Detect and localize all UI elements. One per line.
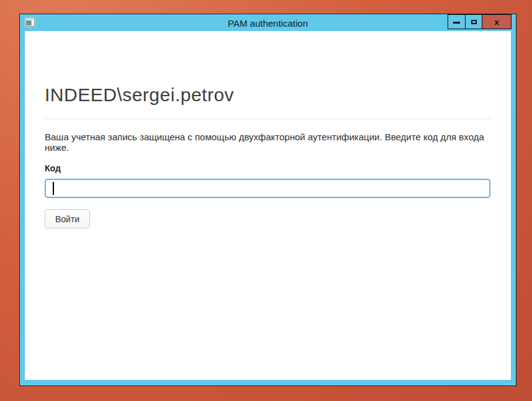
close-button[interactable]: x (482, 15, 511, 29)
minimize-button[interactable] (448, 15, 465, 29)
minimize-icon (453, 22, 460, 24)
window-title: PAM authentication (20, 14, 516, 31)
client-area: INDEED\sergei.petrov Ваша учетная запись… (25, 31, 511, 380)
titlebar[interactable]: PAM authentication x (20, 14, 516, 31)
text-caret (53, 182, 54, 195)
two-factor-description: Ваша учетная запись защищена с помощью д… (45, 132, 490, 153)
pam-authentication-window: PAM authentication x INDEED\sergei.petro… (19, 14, 516, 386)
code-input[interactable] (45, 179, 490, 198)
desktop-background: PAM authentication x INDEED\sergei.petro… (0, 0, 532, 401)
user-account-heading: INDEED\sergei.petrov (45, 31, 490, 106)
code-input-wrapper (45, 179, 490, 198)
code-label: Код (45, 163, 490, 173)
divider (45, 119, 490, 119)
maximize-button[interactable] (465, 15, 482, 29)
login-button[interactable]: Войти (45, 209, 90, 228)
auth-form: INDEED\sergei.petrov Ваша учетная запись… (25, 31, 511, 228)
close-icon: x (494, 18, 498, 25)
maximize-icon (471, 20, 477, 24)
window-controls: x (448, 14, 512, 29)
